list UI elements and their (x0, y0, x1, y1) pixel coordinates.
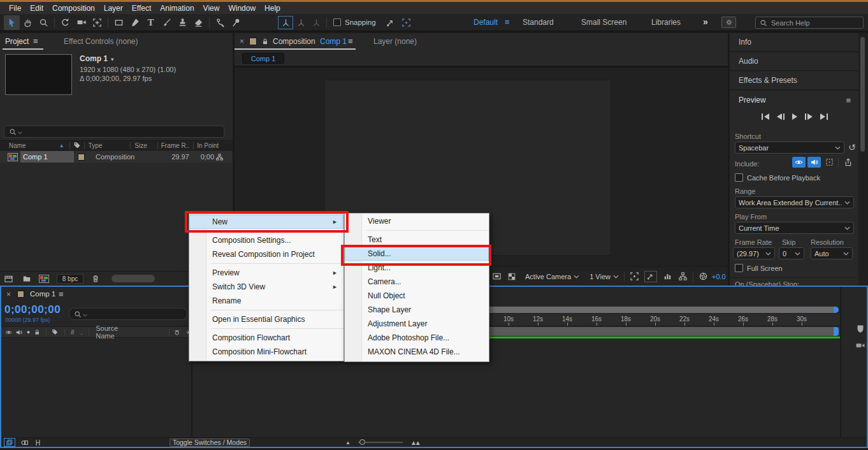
range-select[interactable]: Work Area Extended By Current… (735, 196, 854, 208)
share-icon[interactable] (843, 157, 853, 167)
menu-file[interactable]: File (4, 4, 25, 13)
world-axis-mode-button[interactable] (293, 16, 308, 29)
project-comp-title[interactable]: Comp 1 ▼ (80, 54, 176, 63)
workspace-menu-icon[interactable]: ≡ (505, 17, 510, 27)
play-button[interactable] (790, 113, 800, 120)
last-frame-button[interactable] (818, 113, 830, 120)
column-frame-rate[interactable]: Frame R.. (161, 142, 189, 149)
hand-tool-button[interactable] (20, 15, 36, 30)
eye-icon[interactable] (5, 328, 12, 337)
workspace-default[interactable]: Default (474, 18, 498, 27)
speaker-icon[interactable] (15, 328, 22, 337)
menu-item-composition-flowchart[interactable]: Composition Flowchart (189, 331, 344, 345)
sync-settings-button[interactable] (721, 17, 736, 28)
zoom-out-icon[interactable]: ▲ (345, 440, 351, 446)
panel-effects-presets[interactable]: Effects & Presets (730, 71, 858, 91)
comp-button-icon[interactable] (855, 340, 865, 351)
close-icon[interactable]: × (240, 37, 244, 46)
new-folder-icon[interactable] (22, 274, 31, 283)
workspace-standard[interactable]: Standard (523, 18, 554, 27)
exposure-value[interactable]: +0.0 (712, 273, 726, 280)
pan-behind-tool-button[interactable] (89, 15, 105, 30)
submenu-item-shape-layer[interactable]: Shape Layer (345, 303, 489, 317)
view-axis-mode-button[interactable] (308, 16, 324, 29)
menu-effect[interactable]: Effect (127, 4, 156, 13)
previous-frame-button[interactable] (774, 113, 787, 120)
label-column-icon[interactable] (73, 142, 81, 149)
sort-ascending-icon[interactable]: ▲ (59, 143, 64, 149)
layer-switches-toggle-button[interactable] (4, 438, 15, 447)
next-frame-button[interactable] (802, 113, 815, 120)
first-frame-button[interactable] (759, 113, 772, 120)
menu-item-new[interactable]: New► (189, 215, 344, 229)
panel-info[interactable]: Info (730, 33, 858, 52)
timeline-search-field[interactable] (69, 308, 187, 320)
menu-layer[interactable]: Layer (99, 4, 127, 13)
label-color-chip[interactable] (78, 154, 85, 161)
horizontal-scrollbar-thumb[interactable] (112, 275, 155, 282)
column-in-point[interactable]: In Point (197, 142, 219, 149)
lock-icon[interactable] (261, 38, 269, 45)
menu-item-preview[interactable]: Preview► (189, 266, 344, 280)
project-panel-menu-icon[interactable]: ≡ (33, 36, 38, 46)
comp-marker-icon[interactable] (855, 324, 865, 334)
zoom-slider-knob[interactable] (359, 439, 365, 445)
transfer-controls-toggle-icon[interactable] (20, 439, 29, 447)
tab-composition-name[interactable]: Comp 1 (320, 37, 347, 46)
flowchart-icon[interactable] (678, 272, 688, 281)
interpret-footage-icon[interactable] (4, 274, 13, 284)
snap-area-icon[interactable] (398, 15, 414, 30)
toggle-switches-modes-button[interactable]: Toggle Switches / Modes (170, 439, 250, 447)
camera-select[interactable]: Active Camera (525, 273, 579, 280)
table-row[interactable]: Comp 1 Composition 29.97 0;00 (0, 151, 233, 163)
menu-edit[interactable]: Edit (25, 4, 48, 13)
local-axis-mode-button[interactable] (278, 16, 293, 29)
work-area-end-handle[interactable] (834, 327, 839, 336)
zoom-in-icon[interactable]: ▲▲ (410, 439, 419, 446)
include-audio-button[interactable] (807, 157, 821, 168)
submenu-item-null-object[interactable]: Null Object (345, 289, 489, 303)
submenu-item-cinema-4d-file[interactable]: MAXON CINEMA 4D File... (345, 345, 489, 359)
menu-window[interactable]: Window (224, 4, 260, 13)
help-search-input[interactable] (771, 19, 854, 27)
text-tool-button[interactable]: T (143, 15, 159, 30)
full-screen-checkbox[interactable] (735, 264, 743, 272)
submenu-item-adjustment-layer[interactable]: Adjustment Layer (345, 317, 489, 331)
close-icon[interactable]: × (6, 290, 11, 299)
lock-icon[interactable] (34, 328, 41, 336)
rotation-tool-button[interactable] (57, 15, 73, 30)
submenu-item-viewer[interactable]: Viewer (345, 214, 489, 228)
clone-stamp-tool-button[interactable] (175, 15, 191, 30)
column-number[interactable]: # (71, 329, 75, 336)
color-depth-button[interactable]: 8 bpc (57, 274, 83, 284)
shortcut-select[interactable]: Spacebar (735, 142, 844, 154)
workspace-libraries[interactable]: Libraries (651, 18, 681, 27)
panel-audio[interactable]: Audio (730, 52, 858, 71)
menu-item-open-essential-graphics[interactable]: Open in Essential Graphics (189, 312, 344, 326)
timeline-tab-label[interactable]: Comp 1 (30, 290, 55, 298)
label-column-icon[interactable] (52, 328, 59, 336)
menu-item-composition-mini-flowchart[interactable]: Composition Mini-Flowchart (189, 345, 344, 359)
zoom-tool-button[interactable] (36, 15, 52, 30)
grid-guides-icon[interactable] (630, 272, 639, 281)
menu-item-rename[interactable]: Rename (189, 294, 344, 308)
exposure-icon[interactable] (698, 272, 708, 281)
pen-tool-button[interactable] (127, 15, 143, 30)
timeline-panel-menu-icon[interactable]: ≡ (59, 289, 64, 299)
help-search-box[interactable] (755, 17, 864, 29)
workspace-small-screen[interactable]: Small Screen (581, 18, 626, 27)
tab-project[interactable]: Project (5, 37, 29, 46)
column-type[interactable]: Type (89, 142, 103, 149)
timeline-zoom-slider[interactable] (358, 442, 403, 443)
trash-icon[interactable] (91, 274, 100, 283)
frame-rate-select[interactable]: (29.97) (733, 247, 775, 259)
graph-icon[interactable] (663, 272, 672, 281)
puppet-pin-tool-button[interactable] (228, 15, 244, 30)
cache-before-playback-checkbox[interactable] (735, 173, 743, 182)
project-search-field[interactable] (4, 126, 224, 138)
menu-help[interactable]: Help (260, 4, 285, 13)
snapping-checkbox[interactable] (333, 18, 341, 26)
skip-select[interactable]: 0 (779, 247, 804, 259)
menu-animation[interactable]: Animation (156, 4, 198, 13)
tab-effect-controls[interactable]: Effect Controls (none) (64, 37, 138, 46)
